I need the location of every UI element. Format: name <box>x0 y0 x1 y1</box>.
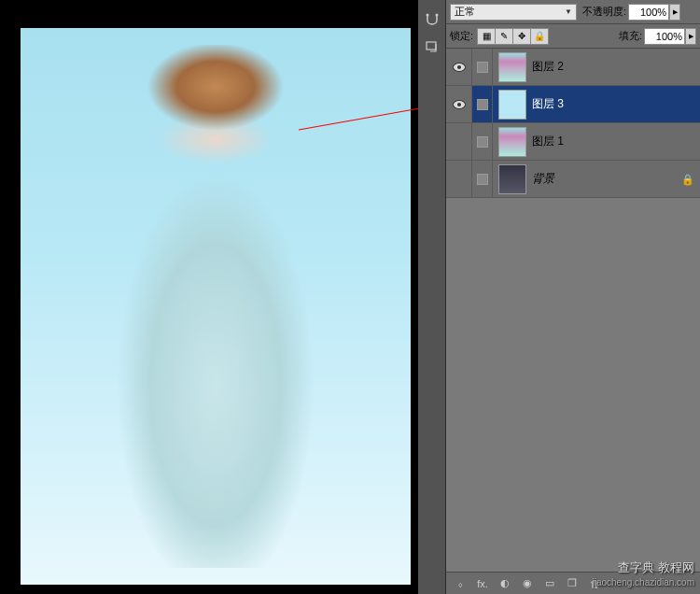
blend-mode-select[interactable]: 正常 ▼ <box>450 4 577 21</box>
adjustment-layer-button[interactable]: ◉ <box>517 575 538 592</box>
link-cell[interactable] <box>472 49 493 85</box>
lock-icons-group: ▦ ✎ ✥ 🔒 <box>477 28 548 45</box>
layer-name-label[interactable]: 图层 2 <box>532 59 700 75</box>
lock-all-button[interactable]: 🔒 <box>530 28 549 45</box>
eye-icon <box>453 63 466 72</box>
layer-name-label[interactable]: 图层 1 <box>532 134 700 149</box>
visibility-toggle[interactable] <box>446 123 472 160</box>
panel-sidebar <box>418 0 446 594</box>
link-box-icon <box>477 174 488 185</box>
layer-thumbnail[interactable] <box>498 52 526 82</box>
layer-fx-button[interactable]: fx. <box>472 575 493 592</box>
canvas-area[interactable] <box>21 28 411 585</box>
figure-subject <box>94 45 337 568</box>
blend-mode-value: 正常 <box>455 5 475 19</box>
link-layers-button[interactable]: ⬨ <box>450 575 470 592</box>
link-cell[interactable] <box>472 123 493 160</box>
layer-thumbnail[interactable] <box>498 127 526 157</box>
lock-icon: 🔒 <box>681 174 693 185</box>
svg-rect-3 <box>427 42 436 50</box>
new-layer-button[interactable]: ❐ <box>562 575 582 592</box>
blend-opacity-row: 正常 ▼ 不透明度: 100% ▶ <box>446 0 700 24</box>
panel-main: 正常 ▼ 不透明度: 100% ▶ 锁定: ▦ ✎ ✥ 🔒 填充: 100% ▶ <box>446 0 700 594</box>
layer-name-label[interactable]: 背景 <box>532 171 681 187</box>
layers-list: 图层 2图层 3图层 1背景🔒 <box>446 49 700 572</box>
fill-flyout-button[interactable]: ▶ <box>685 28 696 45</box>
layer-mask-button[interactable]: ◐ <box>495 575 515 592</box>
sidebar-tool-icon-2[interactable] <box>421 35 443 58</box>
canvas-image <box>21 28 411 585</box>
layer-thumbnail[interactable] <box>498 164 526 194</box>
layer-group-button[interactable]: ▭ <box>539 575 560 592</box>
link-cell[interactable] <box>472 161 493 197</box>
link-box-icon <box>477 62 488 73</box>
visibility-toggle[interactable] <box>446 86 472 122</box>
watermark-sub: jiaocheng.chazidian.com <box>592 576 694 588</box>
svg-point-2 <box>435 14 438 17</box>
link-box-icon <box>477 136 488 148</box>
layer-row[interactable]: 背景🔒 <box>446 161 700 198</box>
opacity-value: 100% <box>640 7 666 18</box>
opacity-flyout-button[interactable]: ▶ <box>669 4 680 21</box>
lock-fill-row: 锁定: ▦ ✎ ✥ 🔒 填充: 100% ▶ <box>446 24 700 49</box>
layer-row[interactable]: 图层 3 <box>446 86 700 123</box>
visibility-toggle[interactable] <box>446 161 472 197</box>
fill-value: 100% <box>656 31 682 42</box>
layer-row[interactable]: 图层 1 <box>446 123 700 161</box>
link-cell[interactable] <box>472 86 493 122</box>
layer-thumbnail[interactable] <box>498 90 526 120</box>
link-box-icon <box>477 99 488 110</box>
opacity-input[interactable]: 100% <box>628 4 669 21</box>
watermark: 查字典 教程网 jiaocheng.chazidian.com <box>592 560 694 588</box>
lock-position-button[interactable]: ✥ <box>512 28 531 45</box>
eye-icon <box>453 100 466 109</box>
fill-input[interactable]: 100% <box>644 28 685 45</box>
lock-paint-button[interactable]: ✎ <box>495 28 513 45</box>
lock-label: 锁定: <box>450 29 473 43</box>
opacity-label: 不透明度: <box>582 5 626 19</box>
layer-row[interactable]: 图层 2 <box>446 49 700 86</box>
dropdown-arrow-icon: ▼ <box>565 7 572 16</box>
layer-name-label[interactable]: 图层 3 <box>532 96 700 112</box>
sidebar-tool-icon-1[interactable] <box>421 9 443 32</box>
visibility-toggle[interactable] <box>446 49 472 85</box>
watermark-main: 查字典 教程网 <box>592 560 694 576</box>
svg-point-1 <box>426 14 428 17</box>
lock-transparency-button[interactable]: ▦ <box>477 28 496 45</box>
layers-panel: 正常 ▼ 不透明度: 100% ▶ 锁定: ▦ ✎ ✥ 🔒 填充: 100% ▶ <box>418 0 700 594</box>
fill-label: 填充: <box>619 29 642 43</box>
